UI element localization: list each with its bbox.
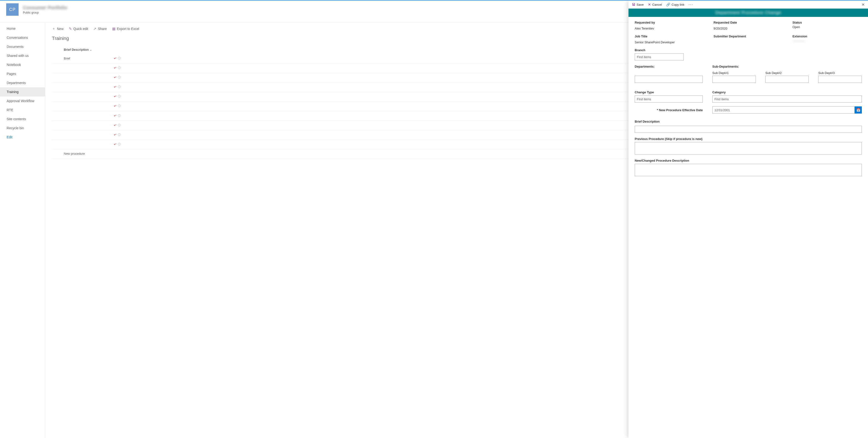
previous-procedure-input[interactable]: [635, 142, 862, 155]
panel-command-bar: 🖫Save ✕Cancel 🔗Copy link ··· ✕: [628, 0, 868, 8]
job-title-value: Senior SharePoint Developer: [635, 40, 704, 44]
requested-date-value: 9/20/2020: [713, 27, 783, 30]
export-label: Export to Excel: [117, 27, 139, 31]
branch-label: Branch: [635, 48, 862, 52]
share-status-icon: ↩: [114, 114, 117, 118]
nav-pages[interactable]: Pages: [0, 69, 45, 78]
change-type-dropdown[interactable]: Find items: [635, 95, 703, 103]
site-title: Consumer Portfolio: [23, 5, 67, 10]
sub-dept2-label: Sub Dept#2: [765, 71, 809, 75]
calendar-icon: 📅: [856, 108, 860, 112]
share-status-icon: ↩: [114, 85, 117, 89]
copy-link-button[interactable]: 🔗Copy link: [666, 3, 684, 6]
cancel-icon: ✕: [648, 3, 651, 6]
share-status-icon: ↩: [114, 123, 117, 128]
col-brief-description[interactable]: Brief Description ⌄: [52, 48, 114, 52]
share-button[interactable]: ↗Share: [93, 27, 107, 31]
panel-body: Requested by Alex Terentiev Requested Da…: [628, 17, 868, 438]
nav-rte[interactable]: RTE: [0, 105, 45, 115]
departments-spacer: [635, 71, 703, 75]
new-label: New: [57, 27, 64, 31]
excel-icon: ▦: [112, 27, 116, 31]
share-status-icon: ↩: [114, 75, 117, 80]
job-title-label: Job Title: [635, 34, 704, 38]
share-status-icon: ↩: [114, 66, 117, 70]
left-nav: Home Conversations Documents Shared with…: [0, 22, 45, 438]
cancel-label: Cancel: [652, 3, 662, 6]
sub-dept2-dropdown[interactable]: [765, 76, 809, 83]
cell-brief: New procedure: [52, 152, 114, 155]
previous-procedure-label: Previous Procedure (Skip if procedure is…: [635, 137, 862, 141]
sub-departments-label: Sub-Departments:: [712, 65, 862, 68]
requested-by-label: Requested by: [635, 21, 704, 24]
status-value: Open: [793, 25, 862, 29]
edit-panel: 🖫Save ✕Cancel 🔗Copy link ··· ✕ Departmen…: [628, 0, 868, 438]
nav-shared[interactable]: Shared with us: [0, 51, 45, 60]
nav-edit-link[interactable]: Edit: [0, 133, 45, 142]
submitter-department-label: Submitter Department: [713, 34, 783, 38]
date-picker-button[interactable]: 📅: [855, 106, 862, 114]
copy-link-label: Copy link: [672, 3, 684, 6]
nav-site-contents[interactable]: Site contents: [0, 115, 45, 124]
sub-dept3-label: Sub Dept#3: [818, 71, 862, 75]
effective-date-label: * New Procedure Effective Date: [635, 108, 703, 112]
close-panel-button[interactable]: ✕: [862, 2, 865, 7]
col-brief-label: Brief Description: [64, 48, 89, 52]
nav-recycle-bin[interactable]: Recycle bin: [0, 124, 45, 133]
quick-edit-label: Quick edit: [73, 27, 88, 31]
new-procedure-input[interactable]: [635, 164, 862, 176]
branch-placeholder: Find items: [637, 55, 651, 59]
pencil-icon: ✎: [69, 27, 72, 31]
nav-training[interactable]: Training: [0, 87, 45, 96]
sub-dept3-dropdown[interactable]: [818, 76, 862, 83]
share-status-icon: ↩: [114, 94, 117, 99]
category-placeholder: Find items: [714, 97, 729, 101]
save-button[interactable]: 🖫Save: [632, 3, 644, 6]
nav-departments[interactable]: Departments: [0, 78, 45, 87]
site-logo: CP: [6, 3, 19, 16]
nav-documents[interactable]: Documents: [0, 42, 45, 51]
link-icon: 🔗: [666, 3, 670, 6]
sub-dept1-dropdown[interactable]: [712, 76, 756, 83]
info-icon: ⓘ: [118, 114, 121, 118]
chevron-down-icon: ⌄: [90, 48, 92, 52]
requested-date-label: Requested Date: [713, 21, 783, 24]
panel-banner: Department Procedure Change: [628, 8, 868, 17]
effective-date-input[interactable]: [712, 106, 855, 114]
site-subtitle: Public group: [23, 11, 67, 14]
info-icon: ⓘ: [118, 94, 121, 98]
save-icon: 🖫: [632, 3, 635, 6]
category-dropdown[interactable]: Find items: [712, 95, 862, 103]
cancel-button[interactable]: ✕Cancel: [648, 3, 662, 6]
change-type-placeholder: Find items: [637, 97, 651, 101]
share-status-icon: ↩: [114, 56, 117, 61]
nav-notebook[interactable]: Notebook: [0, 60, 45, 69]
save-label: Save: [637, 3, 644, 6]
info-icon: ⓘ: [118, 123, 121, 127]
export-button[interactable]: ▦Export to Excel: [112, 27, 139, 31]
nav-approval-workflow[interactable]: Approval Workflow: [0, 96, 45, 105]
new-procedure-label: New/Changed Procedure Description: [635, 159, 862, 162]
change-type-label: Change Type: [635, 90, 703, 94]
info-icon: ⓘ: [118, 56, 121, 60]
more-button[interactable]: ···: [689, 2, 693, 7]
share-status-icon: ↩: [114, 133, 117, 137]
extension-value: ————: [793, 39, 862, 42]
quick-edit-button[interactable]: ✎Quick edit: [69, 27, 88, 31]
site-info: Consumer Portfolio Public group: [23, 5, 67, 14]
brief-description-input[interactable]: [635, 126, 862, 133]
nav-home[interactable]: Home: [0, 24, 45, 33]
cell-brief: Brief: [52, 57, 114, 60]
branch-dropdown[interactable]: Find items: [635, 53, 684, 60]
plus-icon: ＋: [52, 26, 56, 31]
category-label: Category: [712, 90, 862, 94]
new-button[interactable]: ＋New: [52, 26, 64, 31]
departments-dropdown[interactable]: [635, 76, 703, 83]
departments-label: Departments:: [635, 65, 703, 68]
nav-conversations[interactable]: Conversations: [0, 33, 45, 42]
extension-label: Extension: [793, 34, 862, 38]
requested-by-value: Alex Terentiev: [635, 27, 704, 30]
info-icon: ⓘ: [118, 66, 121, 70]
share-icon: ↗: [93, 27, 96, 31]
share-status-icon: ↩: [114, 142, 117, 147]
